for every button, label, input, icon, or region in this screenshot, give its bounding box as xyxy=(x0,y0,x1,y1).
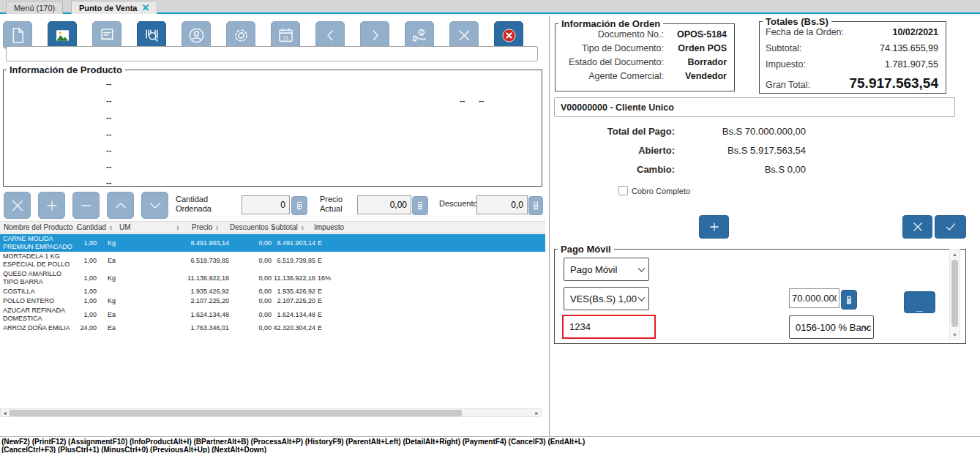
increase-quantity-button[interactable] xyxy=(38,192,65,219)
change-row: Cambio: Bs.S 0,00 xyxy=(554,164,806,177)
product-search-input[interactable] xyxy=(6,46,538,61)
tab-close-icon[interactable]: ✕ xyxy=(141,4,149,12)
next-button[interactable] xyxy=(360,21,389,49)
cell-tax: E xyxy=(315,324,545,332)
payment-button[interactable]: $ xyxy=(405,21,434,49)
tax-label: Impuesto: xyxy=(766,59,806,70)
delete-line-button[interactable] xyxy=(4,192,31,219)
new-document-button[interactable] xyxy=(3,21,32,49)
cancel-payment-button[interactable] xyxy=(902,215,932,239)
calendar-button[interactable]: 31 xyxy=(271,21,300,49)
sort-icon[interactable]: ▲▼ xyxy=(176,225,180,231)
payment-amount-input[interactable] xyxy=(789,288,839,308)
sort-icon[interactable]: ▲▼ xyxy=(109,225,113,231)
cell-subtotal: 1.935.426,92 xyxy=(272,288,315,296)
document-type-label: Tipo de Documento: xyxy=(582,43,664,53)
discount-calculator-button[interactable] xyxy=(528,196,543,215)
move-down-button[interactable] xyxy=(141,192,168,219)
exit-button[interactable] xyxy=(494,21,523,49)
table-row[interactable]: POLLO ENTERO 1,00 Kg 2.107.225,20 0,00 2… xyxy=(0,296,545,306)
change-value: Bs.S 0,00 xyxy=(675,164,806,177)
cell-um: Ea xyxy=(97,311,183,319)
order-date-label: Fecha de la Orden: xyxy=(766,27,844,37)
tab-menu-label: Menú (170) xyxy=(14,4,55,12)
column-header-subtotal[interactable]: Subtotal ▲▼ xyxy=(267,223,310,231)
amount-calculator-button[interactable] xyxy=(841,290,857,310)
barcode-search-icon xyxy=(142,26,162,45)
cell-tax: E xyxy=(315,239,545,247)
vertical-scrollbar[interactable]: ▲ ▼ xyxy=(949,249,960,340)
quantity-ordered-input[interactable] xyxy=(242,195,290,214)
complete-collection-checkbox[interactable] xyxy=(618,186,628,195)
payment-coin-hand-icon: $ xyxy=(410,26,430,45)
chevron-down-icon xyxy=(146,197,164,214)
chevron-up-icon xyxy=(112,197,130,214)
product-image-button[interactable] xyxy=(48,21,77,49)
remove-payment-button[interactable]: _ xyxy=(904,291,935,313)
current-price-input[interactable] xyxy=(357,195,411,214)
reference-number-input[interactable] xyxy=(562,315,656,339)
bank-select[interactable]: 0156-100 % Banc xyxy=(789,315,874,339)
table-row[interactable]: CARNE MOLIDA PREMIUN EMPACADO 1,00 Kg 8.… xyxy=(0,234,545,252)
sort-icon[interactable]: ▲▼ xyxy=(301,225,304,231)
payment-total-label: Total del Pago: xyxy=(554,126,675,139)
vertical-scrollbar-thumb[interactable] xyxy=(951,260,958,327)
cell-tax: E xyxy=(315,257,545,265)
tender-type-select[interactable]: Pago Móvil xyxy=(564,258,649,281)
quantity-calculator-button[interactable] xyxy=(291,196,307,215)
order-info-panel: Información de Orden Documento No.: OPOS… xyxy=(555,18,735,91)
close-x-icon xyxy=(910,219,926,235)
subtotal-label: Subtotal: xyxy=(766,43,801,53)
open-amount-value: Bs.S 5.917.563,54 xyxy=(675,145,806,158)
add-payment-button[interactable] xyxy=(699,215,729,239)
scroll-up-arrow-icon[interactable]: ▲ xyxy=(950,250,960,258)
cell-quantity: 1,00 xyxy=(75,288,97,296)
previous-button[interactable] xyxy=(315,21,345,49)
scroll-down-arrow-icon[interactable]: ▼ xyxy=(950,330,960,339)
sort-icon[interactable]: ▲▼ xyxy=(215,225,219,231)
column-header-discounts[interactable]: Descuentos ▲▼ xyxy=(226,223,267,231)
product-table-header: Nombre del Producto ▲▼ Cantidad ▲▼ UM ▲▼… xyxy=(0,221,545,233)
settings-button[interactable] xyxy=(226,21,255,49)
column-header-price[interactable]: Precio ▲▼ xyxy=(188,223,226,231)
horizontal-scrollbar[interactable]: ◄ ► xyxy=(0,408,542,417)
table-row[interactable]: MORTADELA 1 KG ESPECIAL DE POLLO 1,00 Ea… xyxy=(0,252,545,269)
table-row[interactable]: QUESO AMARILLO TIPO BARRA 1,00 Kg 11.136… xyxy=(0,269,545,287)
scroll-right-arrow-icon[interactable]: ► xyxy=(533,409,541,416)
column-header-quantity[interactable]: Cantidad ▲▼ xyxy=(73,223,116,231)
column-header-um[interactable]: UM ▲▼ xyxy=(116,223,188,231)
empty-value-dash: -- xyxy=(106,130,111,138)
currency-select[interactable]: VES(Bs.S) 1,00 xyxy=(564,287,649,310)
horizontal-scrollbar-thumb[interactable] xyxy=(10,410,462,416)
cell-quantity: 1,00 xyxy=(75,297,97,305)
chevron-down-icon xyxy=(638,265,646,272)
price-calculator-button[interactable] xyxy=(412,196,428,215)
move-up-button[interactable] xyxy=(107,192,134,219)
table-row[interactable]: AZUCAR REFINADA DOMESTICA 1,00 Ea 1.624.… xyxy=(0,306,545,323)
receipt-icon xyxy=(97,26,117,45)
customer-input[interactable] xyxy=(554,97,955,117)
table-row[interactable]: ARROZ DOÑA EMILIA 24,00 Ea 1.763.346,01 … xyxy=(0,323,545,333)
barcode-search-button[interactable] xyxy=(137,21,166,49)
cancel-button[interactable] xyxy=(449,21,479,49)
receipt-button[interactable] xyxy=(92,21,121,49)
column-header-tax[interactable]: Impuesto xyxy=(310,223,545,231)
cell-subtotal: 11.136.922,16 xyxy=(272,274,315,282)
pos-window: Menú (170) Punto de Venta ✕ xyxy=(0,0,980,453)
cell-product-name: QUESO AMARILLO TIPO BARRA xyxy=(0,270,75,286)
tab-menu[interactable]: Menú (170) xyxy=(6,1,63,14)
scroll-left-arrow-icon[interactable]: ◄ xyxy=(1,409,9,416)
business-partner-button[interactable] xyxy=(182,21,211,49)
column-header-product-name[interactable]: Nombre del Producto ▲▼ xyxy=(0,223,73,231)
calculator-icon xyxy=(530,199,542,212)
table-row[interactable]: COSTILLA 1,00 1.935.426,92 0,00 1.935.42… xyxy=(0,287,545,296)
sales-agent-label: Agente Comercial: xyxy=(588,71,664,81)
discounts-input[interactable] xyxy=(476,195,528,214)
cancel-x-icon xyxy=(455,26,474,45)
confirm-payment-button[interactable] xyxy=(935,215,966,239)
decrease-quantity-button[interactable] xyxy=(72,192,100,219)
calendar-day-label: 31 xyxy=(283,34,288,40)
cell-discount: 0,00 xyxy=(229,311,272,319)
tab-punto-de-venta[interactable]: Punto de Venta ✕ xyxy=(71,1,157,14)
status-bar: (NewF2) (PrintF12) (AssignmentF10) (Info… xyxy=(0,436,980,453)
